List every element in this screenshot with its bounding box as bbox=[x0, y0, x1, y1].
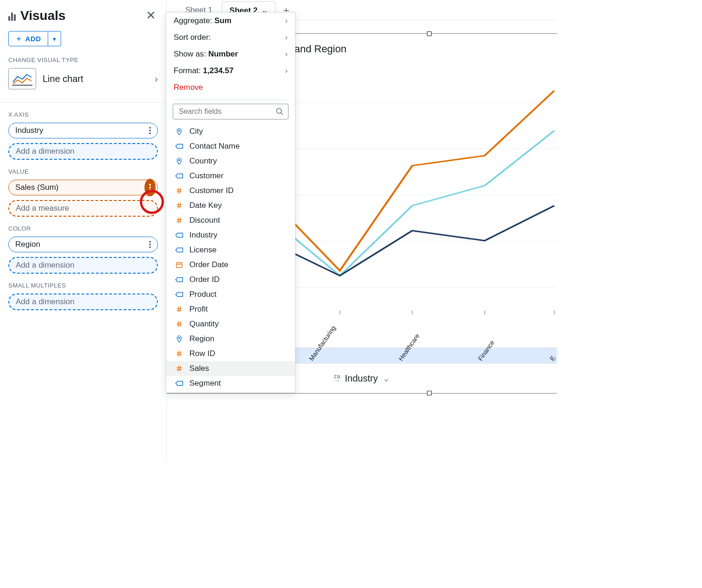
visuals-panel: Visuals ✕ ＋ADD ▾ CHANGE VISUAL TYPE Line… bbox=[0, 0, 167, 463]
xaxis-label: X AXIS bbox=[8, 111, 158, 118]
svg-line-26 bbox=[178, 218, 178, 223]
small-add-dimension[interactable]: Add a dimension bbox=[8, 294, 158, 310]
svg-line-19 bbox=[180, 188, 180, 194]
svg-point-12 bbox=[276, 108, 282, 113]
field-customer-id[interactable]: Customer ID bbox=[166, 183, 295, 198]
value-add-measure[interactable]: Add a measure bbox=[8, 200, 158, 217]
line-chart-thumb-icon bbox=[8, 68, 36, 89]
remove-option[interactable]: Remove bbox=[166, 79, 295, 96]
svg-rect-28 bbox=[176, 263, 182, 268]
chevron-down-icon[interactable]: ⌄ bbox=[382, 373, 390, 384]
field-label: Row ID bbox=[189, 349, 215, 358]
sort-order-option[interactable]: Sort order: › bbox=[166, 29, 295, 46]
field-label: Discount bbox=[189, 216, 220, 225]
field-label: Country bbox=[189, 156, 217, 166]
svg-line-48 bbox=[180, 366, 180, 371]
field-date-key[interactable]: Date Key bbox=[166, 198, 295, 213]
field-region[interactable]: Region bbox=[166, 332, 295, 346]
hash-icon bbox=[175, 350, 184, 357]
value-field-pill[interactable]: Sales (Sum) bbox=[8, 180, 158, 195]
svg-line-38 bbox=[178, 321, 178, 327]
svg-line-27 bbox=[180, 218, 180, 223]
show-as-option[interactable]: Show as: Number › bbox=[166, 46, 295, 63]
field-industry[interactable]: Industry bbox=[166, 228, 295, 243]
xaxis-field-pill[interactable]: Industry bbox=[8, 123, 158, 138]
tag-icon bbox=[175, 232, 184, 238]
svg-line-13 bbox=[281, 113, 283, 115]
field-segment[interactable]: Segment bbox=[166, 376, 295, 391]
field-label: Customer bbox=[189, 171, 224, 181]
format-option[interactable]: Format: 1,234.57 › bbox=[166, 63, 295, 79]
field-search bbox=[173, 104, 288, 119]
plus-icon: ＋ bbox=[15, 34, 23, 43]
svg-line-23 bbox=[180, 203, 180, 208]
chevron-right-icon: › bbox=[285, 50, 288, 58]
pill-text: Industry bbox=[15, 126, 43, 135]
tag-icon bbox=[175, 143, 184, 150]
svg-line-34 bbox=[178, 307, 178, 312]
xaxis-add-dimension[interactable]: Add a dimension bbox=[8, 143, 158, 160]
pin-icon bbox=[175, 127, 184, 136]
more-dots-icon[interactable] bbox=[149, 184, 151, 191]
aggregate-option[interactable]: Aggregate: Sum › bbox=[166, 13, 295, 29]
change-visual-type-label: CHANGE VISUAL TYPE bbox=[8, 56, 158, 63]
field-label: Contact Name bbox=[189, 142, 240, 151]
svg-line-47 bbox=[178, 366, 178, 371]
field-label: Quantity bbox=[189, 319, 219, 329]
color-field-pill[interactable]: Region bbox=[8, 237, 158, 252]
hash-icon bbox=[175, 217, 184, 224]
field-sales[interactable]: Sales bbox=[166, 361, 295, 376]
resize-handle-bottom[interactable] bbox=[427, 391, 432, 395]
field-order-date[interactable]: Order Date bbox=[166, 257, 295, 272]
close-icon[interactable]: ✕ bbox=[144, 6, 158, 25]
field-quantity[interactable]: Quantity bbox=[166, 317, 295, 332]
hash-icon bbox=[175, 365, 184, 372]
field-license[interactable]: License bbox=[166, 243, 295, 257]
tag-icon bbox=[175, 291, 184, 298]
resize-handle-top[interactable] bbox=[427, 31, 432, 36]
sort-za-icon[interactable]: za→ bbox=[334, 374, 340, 382]
hash-icon bbox=[175, 306, 184, 313]
panel-title: Visuals bbox=[20, 8, 66, 23]
svg-point-15 bbox=[178, 159, 180, 161]
color-add-dimension[interactable]: Add a dimension bbox=[8, 257, 158, 274]
cal-icon bbox=[175, 261, 184, 269]
search-icon bbox=[276, 107, 284, 118]
hash-icon bbox=[175, 187, 184, 194]
chevron-right-icon: › bbox=[285, 67, 288, 75]
field-discount[interactable]: Discount bbox=[166, 213, 295, 228]
svg-point-40 bbox=[178, 337, 180, 338]
field-country[interactable]: Country bbox=[166, 154, 295, 169]
field-product[interactable]: Product bbox=[166, 287, 295, 302]
field-contact-name[interactable]: Contact Name bbox=[166, 139, 295, 154]
field-customer[interactable]: Customer bbox=[166, 169, 295, 183]
svg-line-18 bbox=[178, 188, 178, 194]
field-order-id[interactable]: Order ID bbox=[166, 272, 295, 287]
visuals-icon bbox=[8, 11, 16, 21]
chevron-right-icon: › bbox=[285, 33, 288, 42]
value-label: VALUE bbox=[8, 168, 158, 175]
more-dots-icon[interactable] bbox=[149, 241, 151, 248]
tag-icon bbox=[175, 247, 184, 253]
field-city[interactable]: City bbox=[166, 124, 295, 139]
field-label: Product bbox=[189, 290, 217, 299]
svg-line-22 bbox=[178, 203, 178, 208]
add-button[interactable]: ＋ADD bbox=[8, 31, 48, 46]
field-label: Profit bbox=[189, 305, 208, 314]
field-profit[interactable]: Profit bbox=[166, 302, 295, 317]
field-row-id[interactable]: Row ID bbox=[166, 346, 295, 361]
more-dots-icon[interactable] bbox=[149, 127, 151, 134]
add-dropdown-toggle[interactable]: ▾ bbox=[48, 31, 61, 46]
field-label: Order Date bbox=[189, 260, 228, 269]
chevron-right-icon: › bbox=[285, 17, 288, 25]
chevron-right-icon: › bbox=[155, 74, 158, 84]
pin-icon bbox=[175, 335, 184, 343]
small-multiples-label: SMALL MULTIPLES bbox=[8, 282, 158, 289]
search-input[interactable] bbox=[173, 104, 288, 119]
svg-line-44 bbox=[180, 351, 180, 357]
field-options-popover: Aggregate: Sum › Sort order: › Show as: … bbox=[166, 12, 295, 393]
visual-type-selector[interactable]: Line chart › bbox=[8, 68, 158, 98]
tag-icon bbox=[175, 173, 184, 179]
field-label: Region bbox=[189, 334, 214, 344]
svg-point-14 bbox=[178, 130, 180, 131]
